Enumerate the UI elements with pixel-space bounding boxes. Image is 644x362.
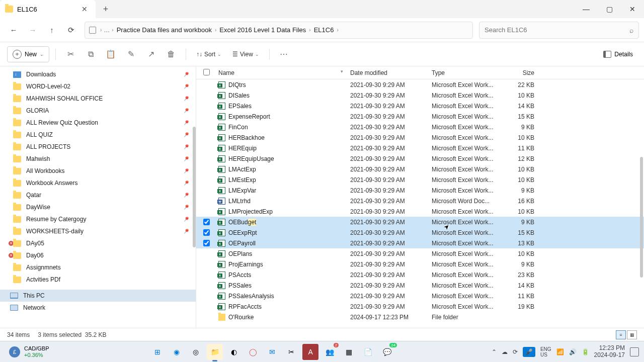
file-row[interactable]: LMProjectedExp2021-09-30 9:29 AMMicrosof… [196, 206, 644, 217]
column-name[interactable]: Name▾ [214, 69, 350, 76]
search-input[interactable] [485, 26, 629, 34]
sidebar-item[interactable]: Actvities PDf [0, 274, 196, 286]
sidebar-item[interactable]: Workbook Answers📍 [0, 177, 196, 189]
file-row[interactable]: OEPlans2021-09-30 9:29 AMMicrosoft Excel… [196, 248, 644, 259]
start-button[interactable]: ⊞ [149, 344, 166, 360]
search-box[interactable]: ⌕ [479, 22, 639, 39]
teams-icon[interactable]: 👥2 [321, 344, 338, 360]
sidebar-item[interactable]: Qatar📍 [0, 189, 196, 201]
weather-widget[interactable]: £ CAD/GBP +0.36% [5, 345, 53, 357]
sidebar-item[interactable]: ALL Review Quiz Question📍 [0, 117, 196, 129]
rename-button[interactable]: ✎ [122, 46, 139, 63]
new-tab-button[interactable]: + [98, 1, 114, 17]
details-pane-button[interactable]: Details [599, 48, 637, 61]
outlook-icon[interactable]: ✉ [264, 344, 280, 360]
file-row[interactable]: OEExpRpt2021-09-30 9:29 AMMicrosoft Exce… [196, 227, 644, 238]
new-button[interactable]: + New ⌄ [7, 46, 49, 62]
sidebar-item[interactable]: ✕Day06 [0, 249, 196, 261]
maximize-button[interactable]: ▢ [598, 0, 621, 18]
sidebar-item[interactable]: ✕DAy05 [0, 237, 196, 249]
clock[interactable]: 12:23 PM 2024-09-17 [594, 345, 625, 358]
file-row[interactable]: FinCon2021-09-30 9:29 AMMicrosoft Excel … [196, 122, 644, 132]
file-row[interactable]: LMLtrhd2021-09-30 9:29 AMMicrosoft Word … [196, 196, 644, 206]
row-checkbox[interactable] [203, 229, 210, 236]
file-row[interactable]: EPSales2021-09-30 9:29 AMMicrosoft Excel… [196, 101, 644, 111]
file-row[interactable]: LMExpVar2021-09-30 9:29 AMMicrosoft Exce… [196, 185, 644, 196]
tray-chevron-icon[interactable]: ⌃ [492, 348, 497, 355]
file-row[interactable]: DIQtrs2021-09-30 9:29 AMMicrosoft Excel … [196, 79, 644, 90]
minimize-button[interactable]: — [575, 0, 598, 18]
sidebar-item[interactable]: Resume by Catergogy📍 [0, 213, 196, 225]
ellipsis-icon[interactable]: … [104, 27, 110, 34]
details-view-button[interactable]: ≡ [616, 330, 626, 339]
edge-icon[interactable]: ◉ [169, 344, 185, 360]
sync-icon[interactable]: ⟳ [513, 348, 518, 355]
more-button[interactable]: ⋯ [276, 46, 293, 63]
app-icon[interactable]: 📄 [360, 344, 376, 360]
thumbnail-view-button[interactable]: ▦ [627, 330, 637, 339]
sidebar-item[interactable]: WORKSHEETS-daily📍 [0, 225, 196, 237]
sidebar-item[interactable]: MAHWISH SOHAIL OFFICE📍 [0, 93, 196, 105]
paste-button[interactable]: 📋 [102, 46, 119, 63]
breadcrumb-segment[interactable]: EL1C6 [311, 26, 337, 34]
close-tab-icon[interactable]: ✕ [80, 5, 89, 13]
sidebar-item[interactable]: ALL PROJECTS📍 [0, 141, 196, 153]
forward-button[interactable]: → [24, 22, 41, 39]
sidebar-item[interactable]: GLORIA📍 [0, 105, 196, 117]
file-row[interactable]: LMEstExp2021-09-30 9:29 AMMicrosoft Exce… [196, 174, 644, 185]
breadcrumb-segment[interactable]: Excel 2016 Level 1 Data Files [216, 26, 309, 34]
battery-icon[interactable]: 🔋 [582, 348, 589, 355]
notifications-button[interactable] [630, 347, 639, 356]
file-row[interactable]: RPFacAccts2021-09-30 9:29 AMMicrosoft Ex… [196, 301, 644, 312]
app-icon[interactable]: ◐ [226, 344, 242, 360]
back-button[interactable]: ← [5, 22, 22, 39]
share-button[interactable]: ↗ [142, 46, 159, 63]
mic-icon[interactable]: 🎤 [523, 347, 535, 357]
file-row[interactable]: HEREquip2021-09-30 9:29 AMMicrosoft Exce… [196, 143, 644, 153]
sort-button[interactable]: ↑↓ Sort ⌄ [192, 48, 225, 61]
file-row[interactable]: OEBudget2021-09-30 9:29 AMMicrosoft Exce… [196, 217, 644, 227]
select-all-checkbox[interactable] [203, 69, 214, 77]
breadcrumb[interactable]: › … › Practice Data files and workbook ›… [85, 22, 473, 39]
file-row[interactable]: HEREquipUsage2021-09-30 9:29 AMMicrosoft… [196, 153, 644, 164]
app-icon[interactable]: ▦ [341, 344, 357, 360]
sidebar-item[interactable]: Assignmnets [0, 261, 196, 274]
refresh-button[interactable]: ⟳ [62, 22, 79, 39]
view-button[interactable]: ☰ View ⌄ [228, 48, 263, 61]
search-icon[interactable]: ⌕ [629, 26, 633, 34]
file-row[interactable]: ExpenseReport2021-09-30 9:29 AMMicrosoft… [196, 111, 644, 122]
sidebar-item[interactable]: DayWise📍 [0, 201, 196, 213]
app-icon[interactable]: ◯ [245, 344, 261, 360]
sidebar-item[interactable]: Mahwish📍 [0, 153, 196, 165]
up-button[interactable]: ↑ [43, 22, 60, 39]
chevron-icon[interactable]: › [337, 27, 338, 33]
column-type[interactable]: Type [432, 69, 500, 76]
sidebar-item[interactable]: ↓Downloads📍 [0, 68, 196, 80]
sidebar-item[interactable]: WORD-Level-02📍 [0, 80, 196, 93]
file-explorer-icon[interactable]: 📁 [207, 344, 223, 360]
breadcrumb-segment[interactable]: Practice Data files and workbook [114, 26, 215, 34]
delete-button[interactable]: 🗑 [163, 46, 180, 63]
file-list-scrollbar[interactable] [640, 157, 643, 278]
snipping-icon[interactable]: ✂ [283, 344, 299, 360]
chrome-icon[interactable]: ◎ [188, 344, 204, 360]
file-row[interactable]: DISales2021-09-30 9:29 AMMicrosoft Excel… [196, 90, 644, 101]
whatsapp-icon[interactable]: 💬24 [379, 344, 395, 360]
file-row[interactable]: PSSalesAnalysis2021-09-30 9:29 AMMicroso… [196, 291, 644, 301]
close-window-button[interactable]: ✕ [621, 0, 644, 18]
file-row[interactable]: OEPayroll2021-09-30 9:29 AMMicrosoft Exc… [196, 238, 644, 248]
sidebar-scrollbar[interactable] [193, 127, 196, 247]
window-tab[interactable]: EL1C6 ✕ [0, 0, 96, 18]
onedrive-icon[interactable]: ☁ [502, 348, 508, 355]
file-row[interactable]: LMActExp2021-09-30 9:29 AMMicrosoft Exce… [196, 164, 644, 174]
column-size[interactable]: Size [500, 69, 540, 76]
sidebar-item[interactable]: ALL QUIZ📍 [0, 129, 196, 141]
column-date[interactable]: Date modified [350, 69, 432, 76]
file-row[interactable]: PSSales2021-09-30 9:29 AMMicrosoft Excel… [196, 280, 644, 291]
row-checkbox[interactable] [203, 240, 210, 246]
copy-button[interactable]: ⧉ [82, 46, 99, 63]
language-indicator[interactable]: ENGUS [540, 346, 551, 357]
sidebar-network[interactable]: Network [0, 302, 196, 314]
access-icon[interactable]: A [302, 344, 318, 360]
file-row[interactable]: HERBackhoe2021-09-30 9:29 AMMicrosoft Ex… [196, 132, 644, 143]
